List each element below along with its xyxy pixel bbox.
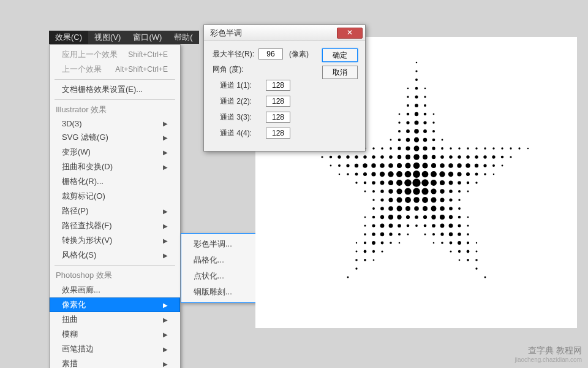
svg-point-111 bbox=[388, 171, 393, 177]
svg-point-167 bbox=[405, 206, 410, 211]
svg-point-161 bbox=[449, 198, 452, 201]
svg-point-166 bbox=[396, 205, 402, 211]
svg-point-20 bbox=[423, 121, 426, 124]
menu-label: 应用上一个效果 bbox=[62, 49, 118, 60]
dialog-buttons: 确定 取消 bbox=[322, 48, 358, 79]
menu-effect-gallery[interactable]: 效果画廊... bbox=[50, 283, 180, 297]
svg-point-139 bbox=[364, 190, 366, 192]
svg-point-8 bbox=[424, 96, 426, 98]
svg-point-69 bbox=[389, 155, 393, 159]
menu-path[interactable]: 路径(P)▶ bbox=[50, 204, 180, 218]
svg-point-174 bbox=[364, 216, 366, 218]
svg-point-189 bbox=[380, 223, 384, 228]
svg-point-102 bbox=[483, 164, 486, 167]
svg-point-17 bbox=[398, 121, 400, 123]
svg-point-77 bbox=[458, 155, 461, 158]
svg-point-202 bbox=[380, 232, 383, 236]
svg-point-132 bbox=[421, 179, 429, 186]
cancel-button[interactable]: 取消 bbox=[322, 66, 358, 79]
svg-point-203 bbox=[389, 232, 392, 236]
menu-brush-strokes[interactable]: 画笔描边▶ bbox=[50, 342, 180, 356]
svg-point-107 bbox=[355, 172, 358, 175]
svg-point-118 bbox=[448, 171, 453, 176]
svg-point-149 bbox=[449, 190, 453, 193]
svg-point-73 bbox=[423, 155, 428, 159]
svg-point-91 bbox=[388, 163, 393, 168]
menu-doc-raster[interactable]: 文档栅格效果设置(E)... bbox=[50, 82, 180, 97]
menu-apply-last: 应用上一个效果 Shift+Ctrl+E bbox=[50, 47, 180, 62]
menu-label: 扭曲 bbox=[62, 314, 78, 325]
menu-blur[interactable]: 模糊▶ bbox=[50, 327, 180, 342]
ok-button[interactable]: 确定 bbox=[322, 48, 358, 62]
svg-point-159 bbox=[431, 197, 436, 202]
svg-point-67 bbox=[372, 155, 375, 158]
svg-point-143 bbox=[396, 188, 402, 194]
chevron-right-icon: ▶ bbox=[163, 346, 168, 353]
menu-svg-filter[interactable]: SVG 滤镜(G)▶ bbox=[50, 130, 180, 145]
channel4-label: 通道 4(4): bbox=[220, 128, 266, 139]
max-radius-label: 最大半径(R): bbox=[213, 49, 258, 59]
chevron-right-icon: ▶ bbox=[163, 252, 168, 259]
svg-point-85 bbox=[337, 164, 340, 166]
close-button[interactable]: ✕ bbox=[337, 28, 363, 39]
svg-point-218 bbox=[432, 242, 434, 243]
svg-point-231 bbox=[475, 250, 477, 252]
menu-view[interactable]: 视图(V) bbox=[88, 31, 127, 44]
svg-point-188 bbox=[372, 224, 375, 227]
svg-point-240 bbox=[347, 276, 349, 278]
svg-point-80 bbox=[483, 155, 486, 158]
svg-point-62 bbox=[329, 155, 331, 158]
chevron-right-icon: ▶ bbox=[163, 134, 168, 141]
menu-pathfinder[interactable]: 路径查找器(F)▶ bbox=[50, 218, 180, 233]
channel3-input[interactable] bbox=[266, 112, 290, 123]
svg-point-130 bbox=[404, 179, 412, 186]
menu-convert-shape[interactable]: 转换为形状(V)▶ bbox=[50, 233, 180, 248]
menu-warp[interactable]: 变形(W)▶ bbox=[50, 145, 180, 159]
svg-point-42 bbox=[372, 147, 375, 150]
svg-point-237 bbox=[475, 259, 478, 261]
menu-il-stylize[interactable]: 风格化(S)▶ bbox=[50, 248, 180, 263]
svg-point-170 bbox=[431, 205, 436, 211]
svg-point-164 bbox=[380, 207, 384, 210]
menu-label: SVG 滤镜(G) bbox=[62, 132, 108, 143]
svg-point-179 bbox=[405, 215, 409, 218]
max-radius-input[interactable] bbox=[258, 48, 283, 59]
chevron-right-icon: ▶ bbox=[163, 208, 168, 215]
menu-3d[interactable]: 3D(3)▶ bbox=[50, 117, 180, 130]
svg-point-26 bbox=[432, 129, 434, 132]
svg-point-183 bbox=[439, 214, 444, 219]
svg-point-88 bbox=[363, 163, 367, 167]
menu-ps-distort[interactable]: 扭曲▶ bbox=[50, 312, 180, 327]
channel1-label: 通道 1(1): bbox=[220, 80, 266, 91]
svg-point-101 bbox=[474, 163, 478, 167]
svg-point-123 bbox=[492, 173, 494, 174]
svg-point-57 bbox=[501, 147, 503, 149]
menu-help[interactable]: 帮助( bbox=[168, 31, 198, 44]
channel1-input[interactable] bbox=[266, 80, 290, 91]
menu-label: 路径(P) bbox=[62, 205, 88, 217]
svg-point-222 bbox=[466, 241, 469, 243]
menu-crop-marks[interactable]: 裁剪标记(O) bbox=[50, 189, 180, 204]
menu-sketch[interactable]: 素描▶ bbox=[50, 356, 180, 368]
channel4-input[interactable] bbox=[266, 128, 290, 139]
chevron-right-icon: ▶ bbox=[163, 164, 168, 171]
svg-point-125 bbox=[363, 181, 366, 183]
dialog-titlebar[interactable]: 彩色半调 ✕ bbox=[204, 25, 365, 41]
menu-pixelate[interactable]: 像素化▶ bbox=[50, 297, 180, 312]
svg-point-52 bbox=[458, 147, 461, 150]
channel2-input[interactable] bbox=[266, 96, 290, 107]
svg-point-6 bbox=[407, 96, 409, 98]
svg-point-75 bbox=[440, 155, 444, 159]
watermark-sub: jiaocheng.chazidian.com bbox=[514, 356, 582, 363]
svg-point-208 bbox=[440, 232, 443, 236]
channel2-label: 通道 2(2): bbox=[220, 96, 266, 107]
menu-rasterize[interactable]: 栅格化(R)... bbox=[50, 174, 180, 189]
menu-effects[interactable]: 效果(C) bbox=[49, 31, 88, 44]
svg-point-24 bbox=[414, 129, 419, 134]
svg-point-60 bbox=[527, 147, 528, 148]
svg-point-181 bbox=[423, 215, 426, 218]
menu-distort-transform[interactable]: 扭曲和变换(D)▶ bbox=[50, 159, 180, 174]
svg-point-110 bbox=[379, 171, 384, 176]
menu-window[interactable]: 窗口(W) bbox=[127, 31, 168, 44]
svg-point-83 bbox=[510, 156, 511, 158]
